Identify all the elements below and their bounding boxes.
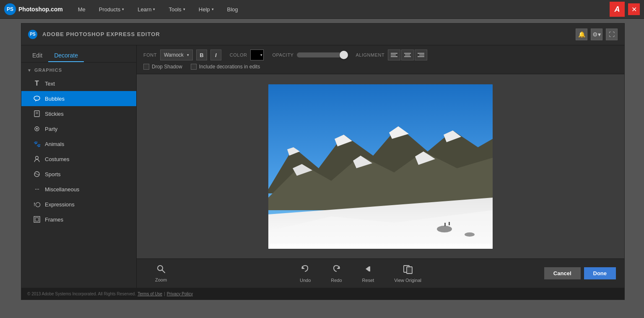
undo-label: Undo (300, 278, 311, 283)
canvas-area[interactable] (137, 74, 624, 258)
undo-tool[interactable]: Undo (290, 264, 321, 283)
sidebar-item-bubbles[interactable]: Bubbles (21, 91, 136, 106)
align-buttons (388, 50, 427, 60)
color-arrow-icon: ▾ (260, 53, 262, 57)
sidebar-item-expressions[interactable]: !◯ Expressions (21, 197, 136, 212)
tab-edit[interactable]: Edit (26, 50, 48, 62)
view-original-label: View Original (394, 278, 421, 283)
party-icon (33, 125, 41, 133)
learn-arrow-icon: ▾ (153, 7, 155, 11)
opacity-thumb[interactable] (340, 51, 348, 59)
expressions-icon: !◯ (33, 201, 41, 208)
notification-button[interactable]: 🔔 (576, 29, 587, 40)
tab-decorate[interactable]: Decorate (48, 50, 84, 62)
font-group: FONT Warnock ▾ B I (143, 50, 221, 60)
editor-window: PS ADOBE PHOTOSHOP EXPRESS EDITOR 🔔 ⚙▾ ⛶… (21, 23, 625, 300)
bubbles-icon (33, 95, 41, 102)
zoom-tool[interactable]: Zoom (145, 264, 177, 282)
settings-button[interactable]: ⚙▾ (591, 29, 602, 40)
bottom-action-buttons: Cancel Done (544, 267, 616, 279)
editor-header-right: 🔔 ⚙▾ ⛶ (576, 29, 618, 40)
sidebar-tabs: Edit Decorate (21, 45, 136, 63)
svg-rect-41 (369, 266, 370, 271)
sidebar-item-miscellaneous[interactable]: ··· Miscellaneous (21, 182, 136, 197)
drop-shadow-checkbox[interactable] (143, 64, 149, 70)
opacity-slider[interactable] (297, 52, 347, 57)
animals-icon: 🐾 (33, 140, 41, 148)
products-arrow-icon: ▾ (122, 7, 124, 11)
costumes-icon (33, 155, 41, 163)
main-content: FONT Warnock ▾ B I CO (137, 45, 624, 288)
copyright-text: © 2013 Adobe Systems Incorporated. All R… (27, 292, 136, 296)
svg-point-0 (34, 96, 40, 100)
nav-items: Me Products ▾ Learn ▾ Tools ▾ Help ▾ Blo… (71, 0, 610, 19)
svg-line-37 (162, 270, 165, 273)
nav-item-products[interactable]: Products ▾ (92, 0, 131, 19)
sidebar-item-animals[interactable]: 🐾 Animals (21, 136, 136, 151)
svg-point-6 (36, 128, 38, 130)
nav-item-learn[interactable]: Learn ▾ (131, 0, 162, 19)
redo-tool[interactable]: Redo (321, 264, 352, 283)
nav-item-blog[interactable]: Blog (221, 0, 245, 19)
sidebar-item-costumes[interactable]: Costumes (21, 151, 136, 167)
svg-point-7 (36, 156, 39, 159)
nav-item-tools[interactable]: Tools ▾ (162, 0, 192, 19)
sidebar-graphics-section[interactable]: ▼ GRAPHICS (21, 63, 136, 76)
italic-button[interactable]: I (210, 50, 221, 60)
align-left-button[interactable] (388, 50, 400, 60)
svg-marker-40 (366, 266, 369, 271)
include-decorations-label: Include decorations in edits (199, 64, 260, 70)
include-decorations-group: Include decorations in edits (191, 64, 260, 70)
align-center-button[interactable] (401, 50, 414, 60)
toolbar: FONT Warnock ▾ B I CO (137, 45, 624, 74)
tools-arrow-icon: ▾ (183, 7, 185, 11)
bold-button[interactable]: B (196, 50, 207, 60)
toolbar-row-2: Drop Shadow Include decorations in edits (143, 64, 618, 70)
font-label: FONT (143, 52, 157, 57)
color-group: COLOR ▾ (230, 50, 264, 60)
font-select-arrow: ▾ (187, 53, 189, 57)
zoom-icon (156, 264, 166, 276)
frames-icon (33, 216, 41, 223)
stickies-icon (33, 110, 41, 117)
color-picker[interactable]: ▾ (250, 50, 264, 60)
footer-separator: | (164, 292, 165, 296)
sidebar-item-sports[interactable]: Sports (21, 167, 136, 182)
done-button[interactable]: Done (584, 267, 616, 279)
view-original-icon (403, 264, 413, 276)
svg-point-32 (437, 226, 452, 232)
collapse-arrow-icon: ▼ (27, 68, 32, 73)
cancel-button[interactable]: Cancel (544, 267, 581, 279)
sidebar-item-party[interactable]: Party (21, 121, 136, 136)
sidebar-item-text[interactable]: T Text (21, 76, 136, 91)
nav-logo: PS Photoshop.com (4, 3, 63, 15)
miscellaneous-icon: ··· (33, 185, 41, 193)
svg-rect-35 (449, 222, 450, 225)
fullscreen-button[interactable]: ⛶ (606, 29, 618, 40)
nav-item-me[interactable]: Me (71, 0, 92, 19)
editor-footer: © 2013 Adobe Systems Incorporated. All R… (21, 288, 624, 300)
svg-rect-10 (35, 218, 39, 221)
redo-icon (331, 264, 341, 276)
opacity-label: OPACITY (272, 52, 293, 57)
editor-header: PS ADOBE PHOTOSHOP EXPRESS EDITOR 🔔 ⚙▾ ⛶ (21, 23, 624, 45)
font-select[interactable]: Warnock ▾ (160, 50, 193, 60)
undo-icon (300, 264, 310, 276)
include-decorations-checkbox[interactable] (191, 64, 197, 70)
sidebar-item-frames[interactable]: Frames (21, 212, 136, 227)
footer-link-privacy[interactable]: Privacy Policy (167, 292, 193, 296)
nav-logo-text: Photoshop.com (18, 6, 63, 13)
svg-rect-34 (444, 223, 446, 226)
sidebar-item-stickies[interactable]: Stickies (21, 106, 136, 121)
close-button[interactable]: ✕ (628, 3, 640, 15)
nav-item-help[interactable]: Help ▾ (192, 0, 221, 19)
view-original-tool[interactable]: View Original (384, 264, 431, 283)
footer-link-terms[interactable]: Terms of Use (138, 292, 162, 296)
text-icon: T (33, 80, 41, 87)
opacity-group: OPACITY (272, 52, 347, 57)
help-arrow-icon: ▾ (212, 7, 214, 11)
sports-icon (33, 170, 41, 178)
bottom-bar: Zoom Undo Redo (137, 258, 624, 288)
align-right-button[interactable] (415, 50, 427, 60)
reset-tool[interactable]: Reset (352, 264, 384, 283)
